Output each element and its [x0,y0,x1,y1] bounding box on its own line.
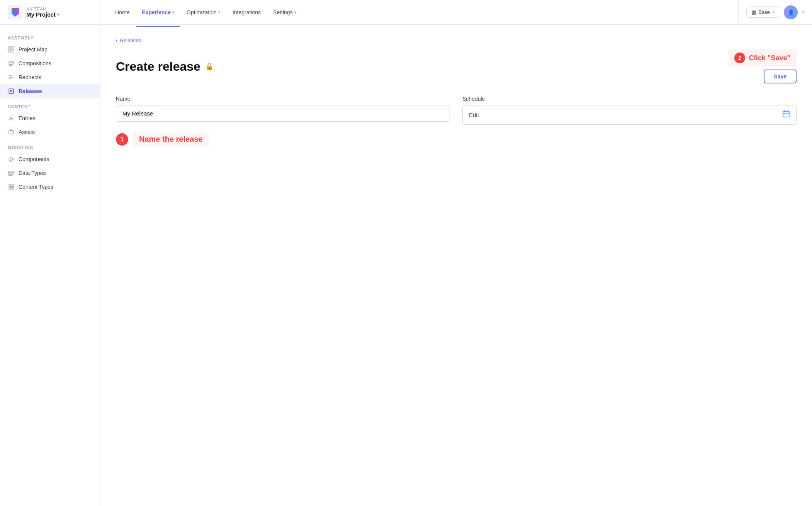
annotation-1-row: 1 Name the release [116,132,797,146]
settings-chevron-icon: ▾ [294,10,296,14]
nav-optimization[interactable]: Optimization ▾ [181,6,226,19]
modeling-section: MODELING Components Data Types Content T… [0,142,100,194]
user-avatar[interactable]: 👤 [784,5,798,19]
calendar-icon [782,110,790,120]
redirects-icon [8,74,15,81]
annotation-2-badge: 2 [734,53,745,63]
sidebar-label-entries: Entries [19,115,36,121]
breadcrumb[interactable]: ‹ Releases [116,37,797,43]
page-header: Create release 🔒 2 Click "Save" Save [116,49,797,83]
svg-rect-25 [9,187,11,189]
breadcrumb-label: Releases [120,37,141,43]
team-label: MY TEAM [26,7,59,11]
svg-rect-27 [783,111,789,117]
name-label: Name [116,96,450,102]
annotation-2-area: 2 Click "Save" [728,49,797,66]
user-chevron-icon: ▾ [802,10,804,14]
svg-rect-26 [12,187,14,189]
svg-rect-10 [9,65,12,66]
brand-text: MY TEAM My Project ▾ [26,7,59,18]
annotation-2-text: Click "Save" [749,54,790,62]
main-layout: ASSEMBLY Project Map Compositions Redire… [0,25,812,506]
sidebar-item-assets[interactable]: Assets [0,125,100,139]
svg-rect-6 [8,50,11,52]
sidebar-item-compositions[interactable]: Compositions [0,56,100,70]
sidebar-label-components: Components [19,156,49,162]
form-row: Name Schedule Edit [116,96,797,125]
svg-rect-24 [12,185,14,187]
data-types-icon [8,170,15,177]
sidebar-item-components[interactable]: Components [0,152,100,166]
save-area: 2 Click "Save" Save [728,49,797,83]
lock-icon: 🔒 [205,62,214,71]
env-chevron-icon: ▾ [772,10,774,14]
project-map-icon [8,46,15,53]
name-input[interactable] [116,105,450,122]
schedule-label: Schedule [462,96,797,102]
assembly-section-title: ASSEMBLY [0,32,100,42]
breadcrumb-arrow-icon: ‹ [116,37,118,43]
page-title: Create release [116,59,200,74]
project-chevron-icon: ▾ [57,12,59,17]
page-title-area: Create release 🔒 [116,59,214,74]
compositions-icon [8,60,15,67]
sidebar-item-project-map[interactable]: Project Map [0,42,100,56]
sidebar-label-redirects: Redirects [19,74,41,80]
logo-icon [8,5,22,20]
content-section-title: CONTENT [0,101,100,111]
nav-integrations[interactable]: Integrations [227,6,266,19]
svg-rect-17 [9,131,14,134]
releases-icon [8,88,15,95]
svg-rect-7 [12,50,14,52]
content-types-icon [8,183,15,190]
main-content: ‹ Releases Create release 🔒 2 Click "Sav… [100,25,812,506]
svg-rect-9 [9,63,14,64]
topnav-right: ▦ Base ▾ 👤 ▾ [738,0,812,24]
nav-settings[interactable]: Settings ▾ [268,6,302,19]
annotation-1-badge: 1 [116,133,128,146]
entries-icon [8,115,15,122]
sidebar: ASSEMBLY Project Map Compositions Redire… [0,25,100,506]
nav-links: Home Experience ▾ Optimization ▾ Integra… [100,6,738,19]
sidebar-item-redirects[interactable]: Redirects [0,70,100,84]
svg-rect-5 [12,47,14,49]
project-label[interactable]: My Project ▾ [26,11,59,18]
sidebar-label-content-types: Content Types [19,184,53,190]
svg-point-19 [9,157,14,161]
sidebar-item-releases[interactable]: Releases [0,84,100,98]
svg-rect-20 [8,171,14,172]
svg-point-18 [10,158,12,160]
assets-icon [8,129,15,136]
top-navigation: MY TEAM My Project ▾ Home Experience ▾ O… [0,0,812,25]
environment-selector[interactable]: ▦ Base ▾ [746,7,779,18]
components-icon [8,156,15,163]
avatar-image: 👤 [784,5,798,19]
svg-rect-8 [9,61,14,62]
svg-rect-22 [8,175,12,176]
nav-home[interactable]: Home [110,6,135,19]
svg-rect-14 [9,89,14,93]
name-field-group: Name [116,96,450,125]
modeling-section-title: MODELING [0,142,100,152]
annotation-1-text: Name the release [133,132,209,146]
sidebar-label-releases: Releases [19,88,42,94]
optimization-chevron-icon: ▾ [218,10,220,14]
svg-rect-21 [8,173,14,174]
env-icon: ▦ [751,9,756,15]
schedule-field-group: Schedule Edit [462,96,797,125]
experience-chevron-icon: ▾ [172,10,174,14]
svg-rect-4 [8,47,11,49]
nav-experience[interactable]: Experience ▾ [136,6,180,19]
svg-rect-23 [9,185,11,187]
brand-area: MY TEAM My Project ▾ [0,0,100,24]
sidebar-item-data-types[interactable]: Data Types [0,166,100,180]
schedule-field[interactable]: Edit [462,105,797,125]
sidebar-item-content-types[interactable]: Content Types [0,180,100,194]
sidebar-item-entries[interactable]: Entries [0,111,100,125]
save-button[interactable]: Save [764,70,797,83]
sidebar-label-project-map: Project Map [19,46,48,53]
sidebar-label-compositions: Compositions [19,60,51,66]
sidebar-label-assets: Assets [19,129,35,135]
content-section: CONTENT Entries Assets [0,101,100,139]
sidebar-label-data-types: Data Types [19,170,46,176]
